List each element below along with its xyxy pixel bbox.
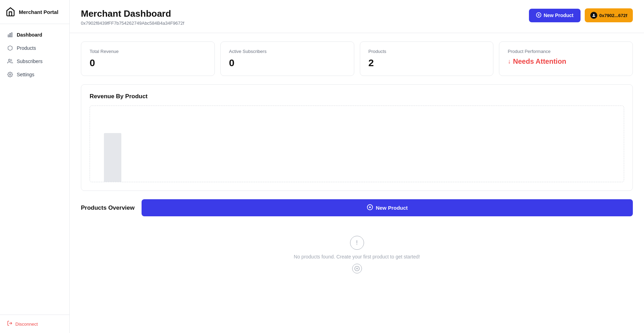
sidebar-item-products[interactable]: Products <box>0 41 69 55</box>
empty-state: ! No products found. Create your first p… <box>81 222 633 287</box>
stat-card-total-revenue: Total Revenue 0 <box>81 41 215 76</box>
stat-card-products: Products 2 <box>360 41 494 76</box>
users-icon <box>7 58 13 64</box>
stat-total-revenue-value: 0 <box>90 57 206 69</box>
sidebar-item-products-label: Products <box>17 45 36 51</box>
alert-circle-icon: ! <box>350 236 364 250</box>
sidebar-nav: Dashboard Products Subscribers <box>0 24 69 315</box>
new-product-button-overview-label: New Product <box>376 205 408 211</box>
sidebar-item-subscribers-label: Subscribers <box>17 59 43 64</box>
sidebar-logo: Merchant Portal <box>0 0 69 24</box>
plus-circle-icon <box>536 12 541 19</box>
svg-rect-1 <box>10 33 11 37</box>
wallet-label: 0x7902...672f <box>599 13 627 18</box>
stat-product-performance-value: ↓ Needs Attention <box>508 57 624 65</box>
stat-active-subscribers-value: 0 <box>229 57 346 69</box>
stat-total-revenue-label: Total Revenue <box>90 49 206 54</box>
store-icon <box>6 7 15 17</box>
empty-state-text: No products found. Create your first pro… <box>294 254 420 260</box>
wallet-avatar-icon <box>590 12 597 19</box>
stat-active-subscribers-label: Active Subscribers <box>229 49 346 54</box>
new-product-button-header-label: New Product <box>544 13 574 18</box>
sidebar-logo-text: Merchant Portal <box>19 9 58 15</box>
sidebar-item-settings-label: Settings <box>17 72 35 77</box>
bar-chart-icon <box>7 32 13 38</box>
chart-bar <box>104 133 121 182</box>
products-overview-header: Products Overview New Product <box>81 199 633 216</box>
stat-card-active-subscribers: Active Subscribers 0 <box>220 41 354 76</box>
sidebar-item-subscribers[interactable]: Subscribers <box>0 55 69 68</box>
page-title: Merchant Dashboard <box>81 8 184 19</box>
sidebar-item-dashboard-label: Dashboard <box>17 32 42 38</box>
page-header: Merchant Dashboard 0x7902f8439fFF7b75426… <box>70 0 644 33</box>
products-overview-section: Products Overview New Product ! No produ… <box>81 199 633 287</box>
box-icon <box>7 45 13 51</box>
stat-product-performance-label: Product Performance <box>508 49 624 54</box>
sidebar: Merchant Portal Dashboard Products <box>0 0 70 333</box>
new-product-button-header[interactable]: New Product <box>529 9 581 22</box>
svg-point-9 <box>593 14 594 15</box>
add-product-plus-icon[interactable] <box>352 264 362 273</box>
header-actions: New Product 0x7902...672f <box>529 8 633 22</box>
disconnect-button[interactable]: Disconnect <box>0 315 69 333</box>
disconnect-label: Disconnect <box>15 322 38 327</box>
svg-rect-0 <box>8 35 9 37</box>
main-content: Merchant Dashboard 0x7902f8439fFF7b75426… <box>70 0 644 333</box>
revenue-by-product-section: Revenue By Product <box>81 84 633 191</box>
svg-point-3 <box>8 59 10 61</box>
stats-grid: Total Revenue 0 Active Subscribers 0 Pro… <box>70 33 644 84</box>
sidebar-item-settings[interactable]: Settings <box>0 68 69 81</box>
new-product-button-overview[interactable]: New Product <box>142 199 633 216</box>
stat-products-label: Products <box>369 49 485 54</box>
header-text: Merchant Dashboard 0x7902f8439fFF7b75426… <box>81 8 184 26</box>
svg-point-4 <box>9 74 11 75</box>
products-overview-title: Products Overview <box>81 204 135 211</box>
wallet-button[interactable]: 0x7902...672f <box>585 8 633 22</box>
revenue-section-title: Revenue By Product <box>90 93 624 100</box>
stat-card-product-performance: Product Performance ↓ Needs Attention <box>499 41 633 76</box>
revenue-chart <box>90 106 624 182</box>
gear-icon <box>7 71 13 78</box>
arrow-down-icon: ↓ <box>508 58 511 65</box>
stat-products-value: 2 <box>369 57 485 69</box>
disconnect-icon <box>7 320 13 327</box>
svg-rect-2 <box>11 33 12 37</box>
plus-circle-icon-overview <box>367 204 373 211</box>
sidebar-item-dashboard[interactable]: Dashboard <box>0 28 69 41</box>
wallet-address-subtitle: 0x7902f8439fFF7b754262749Abc584B4a34F967… <box>81 21 184 26</box>
